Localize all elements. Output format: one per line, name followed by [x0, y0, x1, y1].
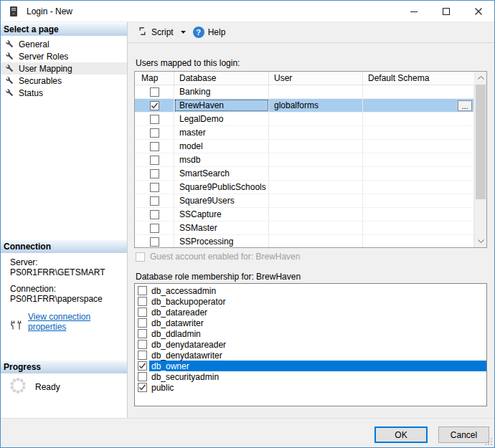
role-item-db_backupoperator[interactable]: db_backupoperator — [135, 296, 486, 307]
table-row[interactable]: Banking — [135, 85, 474, 99]
resize-grip[interactable] — [484, 437, 493, 446]
database-cell[interactable]: LegalDemo — [174, 113, 269, 125]
map-checkbox[interactable] — [150, 115, 159, 124]
table-row[interactable]: SSProcessing — [135, 235, 474, 247]
table-row[interactable]: LegalDemo — [135, 113, 474, 126]
user-cell[interactable] — [269, 208, 363, 221]
user-cell[interactable] — [269, 221, 363, 234]
database-cell[interactable]: BrewHaven — [174, 99, 269, 112]
help-button[interactable]: ? Help — [189, 24, 230, 40]
column-header-default-schema[interactable]: Default Schema — [363, 72, 486, 85]
default-schema-cell[interactable] — [363, 208, 474, 221]
database-cell[interactable]: master — [174, 126, 269, 139]
role-item-db_owner[interactable]: db_owner — [135, 361, 486, 371]
role-checkbox[interactable] — [138, 329, 147, 338]
default-schema-cell[interactable] — [363, 126, 474, 139]
user-cell[interactable] — [269, 167, 363, 180]
sidebar-item-general[interactable]: General — [1, 38, 127, 50]
map-checkbox[interactable] — [150, 196, 159, 206]
table-row[interactable]: Square9PublicSchools — [135, 181, 474, 194]
table-row[interactable]: Square9Users — [135, 194, 474, 208]
role-checkbox[interactable] — [138, 308, 147, 317]
cancel-button[interactable]: Cancel — [438, 426, 489, 443]
script-button[interactable]: Script — [133, 24, 177, 41]
default-schema-browse-button[interactable]: ... — [458, 100, 472, 111]
map-checkbox[interactable] — [150, 210, 159, 219]
map-checkbox[interactable] — [150, 169, 159, 178]
role-checkbox[interactable] — [138, 361, 147, 371]
ok-button[interactable]: OK — [374, 426, 428, 443]
user-cell[interactable] — [269, 194, 363, 207]
role-item-db_datareader[interactable]: db_datareader — [135, 307, 486, 318]
table-row[interactable]: SmartSearch — [135, 167, 474, 181]
map-checkbox[interactable] — [150, 237, 159, 247]
table-row[interactable]: model — [135, 140, 474, 153]
map-checkbox[interactable] — [150, 156, 159, 165]
role-item-db_accessadmin[interactable]: db_accessadmin — [135, 285, 486, 296]
role-checkbox[interactable] — [138, 340, 147, 349]
default-schema-cell[interactable] — [363, 167, 474, 180]
sidebar-item-server-roles[interactable]: Server Roles — [1, 50, 127, 62]
sidebar-item-user-mapping[interactable]: User Mapping — [1, 62, 127, 75]
database-cell[interactable]: Square9Users — [174, 194, 269, 207]
user-cell[interactable] — [269, 126, 363, 139]
table-scrollbar[interactable] — [474, 72, 486, 247]
role-item-db_denydatareader[interactable]: db_denydatareader — [135, 339, 486, 350]
table-row[interactable]: BrewHavenglobalforms... — [135, 99, 474, 113]
map-checkbox[interactable] — [150, 183, 159, 192]
user-cell[interactable] — [269, 235, 363, 247]
user-cell[interactable] — [269, 181, 363, 194]
column-header-database[interactable]: Database — [174, 72, 269, 85]
minimize-button[interactable] — [397, 1, 430, 22]
role-checkbox[interactable] — [138, 318, 147, 328]
map-checkbox[interactable] — [150, 101, 159, 110]
role-item-db_ddladmin[interactable]: db_ddladmin — [135, 328, 486, 339]
table-row[interactable]: SSMaster — [135, 221, 474, 235]
database-cell[interactable]: msdb — [174, 153, 269, 166]
sidebar-item-securables[interactable]: Securables — [1, 75, 127, 87]
role-item-public[interactable]: public — [135, 382, 486, 393]
default-schema-cell[interactable] — [363, 235, 474, 247]
database-cell[interactable]: Square9PublicSchools — [174, 181, 269, 194]
role-checkbox[interactable] — [138, 383, 147, 392]
column-header-map[interactable]: Map — [135, 72, 174, 85]
map-checkbox[interactable] — [150, 142, 159, 151]
role-checkbox[interactable] — [138, 372, 147, 381]
script-dropdown-button[interactable] — [177, 29, 189, 36]
map-checkbox[interactable] — [150, 128, 159, 138]
role-checkbox[interactable] — [138, 351, 147, 360]
default-schema-cell[interactable] — [363, 85, 474, 98]
database-cell[interactable]: SSCapture — [174, 208, 269, 221]
scroll-down-button[interactable] — [475, 235, 486, 247]
database-cell[interactable]: SmartSearch — [174, 167, 269, 180]
map-checkbox[interactable] — [150, 87, 159, 97]
maximize-button[interactable] — [430, 1, 462, 22]
view-connection-properties-link[interactable]: View connection properties — [28, 312, 124, 332]
close-button[interactable] — [462, 1, 494, 22]
user-cell[interactable]: globalforms — [269, 99, 363, 112]
database-cell[interactable]: SSProcessing — [174, 235, 269, 247]
table-row[interactable]: SSCapture — [135, 208, 474, 221]
map-checkbox[interactable] — [150, 224, 159, 233]
role-item-db_denydatawriter[interactable]: db_denydatawriter — [135, 350, 486, 361]
user-cell[interactable] — [269, 113, 363, 125]
default-schema-cell[interactable] — [363, 194, 474, 207]
default-schema-cell[interactable] — [363, 113, 474, 125]
user-cell[interactable] — [269, 140, 363, 153]
sidebar-item-status[interactable]: Status — [1, 87, 127, 99]
user-cell[interactable] — [269, 153, 363, 166]
default-schema-cell[interactable] — [363, 181, 474, 194]
database-cell[interactable]: model — [174, 140, 269, 153]
default-schema-cell[interactable] — [363, 153, 474, 166]
user-cell[interactable] — [269, 85, 363, 98]
table-row[interactable]: msdb — [135, 153, 474, 167]
scrollbar-thumb[interactable] — [476, 85, 486, 199]
database-cell[interactable]: SSMaster — [174, 221, 269, 234]
database-cell[interactable]: Banking — [174, 85, 269, 98]
column-header-user[interactable]: User — [269, 72, 363, 85]
scroll-up-button[interactable] — [475, 72, 486, 84]
role-item-db_datawriter[interactable]: db_datawriter — [135, 318, 486, 328]
default-schema-cell[interactable] — [363, 221, 474, 234]
table-row[interactable]: master — [135, 126, 474, 140]
default-schema-cell[interactable] — [363, 140, 474, 153]
